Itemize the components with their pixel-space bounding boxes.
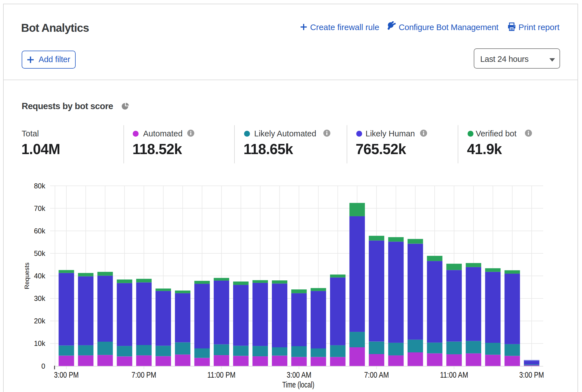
svg-text:0: 0: [41, 362, 45, 370]
svg-text:3:00 PM: 3:00 PM: [519, 370, 544, 379]
svg-text:80k: 80k: [34, 182, 46, 190]
svg-text:Time (local): Time (local): [282, 380, 314, 389]
svg-text:Requests: Requests: [23, 262, 30, 289]
svg-text:11:00 PM: 11:00 PM: [207, 370, 236, 379]
svg-text:3:00 PM: 3:00 PM: [54, 370, 79, 379]
svg-text:20k: 20k: [34, 317, 46, 325]
svg-text:3:00 AM: 3:00 AM: [287, 370, 311, 379]
svg-text:7:00 PM: 7:00 PM: [132, 370, 156, 379]
svg-text:40k: 40k: [34, 272, 46, 280]
svg-text:70k: 70k: [34, 204, 46, 212]
svg-text:7:00 AM: 7:00 AM: [364, 370, 389, 379]
svg-text:30k: 30k: [34, 294, 46, 302]
svg-text:10k: 10k: [34, 339, 46, 347]
svg-text:50k: 50k: [34, 249, 46, 257]
svg-text:11:00 AM: 11:00 AM: [440, 370, 468, 379]
svg-text:60k: 60k: [34, 227, 46, 235]
